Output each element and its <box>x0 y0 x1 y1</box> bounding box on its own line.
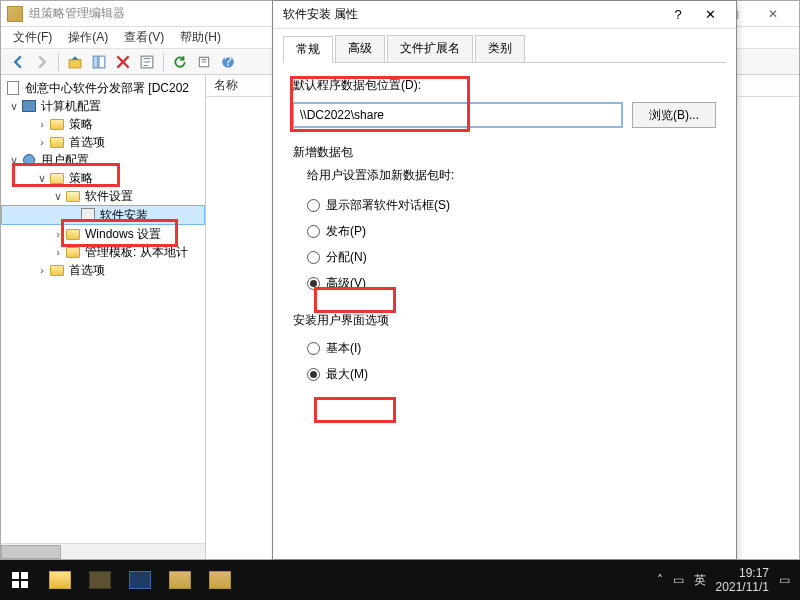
system-tray: ˄ ▭ 英 19:17 2021/11/1 ▭ <box>647 566 800 594</box>
menu-file[interactable]: 文件(F) <box>9 27 56 48</box>
tray-chevron-icon[interactable]: ˄ <box>657 573 663 587</box>
dialog-close-button[interactable]: ✕ <box>694 7 726 22</box>
tree-user-config[interactable]: ∨ 用户配置 <box>1 151 205 169</box>
folder-icon <box>66 229 80 240</box>
back-button[interactable] <box>7 51 29 73</box>
tree-policies[interactable]: › 策略 <box>1 115 205 133</box>
folder-icon <box>50 119 64 130</box>
svg-rect-10 <box>21 581 28 588</box>
expand-icon[interactable]: ∨ <box>7 100 21 113</box>
installer-icon <box>81 208 95 222</box>
refresh-button[interactable] <box>169 51 191 73</box>
menu-view[interactable]: 查看(V) <box>120 27 168 48</box>
radio-assign[interactable]: 分配(N) <box>307 244 716 270</box>
scrollbar-thumb[interactable] <box>1 545 61 559</box>
radio-icon <box>307 225 320 238</box>
delete-button[interactable] <box>112 51 134 73</box>
svg-rect-1 <box>93 56 98 68</box>
dialog-title: 软件安装 属性 <box>283 6 662 23</box>
tree-software-install[interactable]: 软件安装 <box>1 205 205 225</box>
expand-icon[interactable]: › <box>51 246 65 258</box>
svg-rect-2 <box>99 56 105 68</box>
tree-preferences[interactable]: › 首选项 <box>1 133 205 151</box>
tab-advanced[interactable]: 高级 <box>335 35 385 62</box>
when-add-label: 给用户设置添加新数据包时: <box>307 167 716 184</box>
radio-basic[interactable]: 基本(I) <box>307 335 716 361</box>
tray-network-icon[interactable]: ▭ <box>673 573 684 587</box>
task-gpme[interactable] <box>200 560 240 600</box>
close-button[interactable]: ✕ <box>753 2 793 26</box>
radio-max[interactable]: 最大(M) <box>307 361 716 387</box>
app-icon <box>7 6 23 22</box>
up-button[interactable] <box>64 51 86 73</box>
task-explorer[interactable] <box>40 560 80 600</box>
svg-rect-9 <box>12 581 19 588</box>
toolbar-separator <box>58 53 59 71</box>
dialog-tabs: 常规 高级 文件扩展名 类别 <box>273 29 736 62</box>
ui-group-label: 安装用户界面选项 <box>293 312 716 329</box>
task-powershell[interactable] <box>120 560 160 600</box>
task-gpmc[interactable] <box>160 560 200 600</box>
dialog-titlebar: 软件安装 属性 ? ✕ <box>273 1 736 29</box>
folder-icon <box>66 247 80 258</box>
tree-root[interactable]: 创意中心软件分发部署 [DC202 <box>1 79 205 97</box>
default-pkg-loc-label: 默认程序数据包位置(D): <box>293 77 716 94</box>
expand-icon[interactable]: ∨ <box>35 172 49 185</box>
svg-text:?: ? <box>224 55 232 69</box>
tab-category[interactable]: 类别 <box>475 35 525 62</box>
tray-notifications-icon[interactable]: ▭ <box>779 573 790 587</box>
radio-icon <box>307 368 320 381</box>
properties-dialog: 软件安装 属性 ? ✕ 常规 高级 文件扩展名 类别 默认程序数据包位置(D):… <box>272 0 737 560</box>
tray-ime[interactable]: 英 <box>694 572 706 589</box>
expand-icon[interactable]: › <box>35 264 49 276</box>
expand-icon[interactable]: › <box>35 118 49 130</box>
svg-rect-7 <box>12 572 19 579</box>
browse-button[interactable]: 浏览(B)... <box>632 102 716 128</box>
tree-software-settings[interactable]: ∨ 软件设置 <box>1 187 205 205</box>
folder-icon <box>66 191 80 202</box>
tab-general[interactable]: 常规 <box>283 36 333 63</box>
policy-icon <box>7 81 19 95</box>
radio-icon <box>307 199 320 212</box>
tree: 创意中心软件分发部署 [DC202 ∨ 计算机配置 › 策略 › 首选项 <box>1 75 205 283</box>
task-server-manager[interactable] <box>80 560 120 600</box>
folder-icon <box>50 173 64 184</box>
help-button[interactable]: ? <box>217 51 239 73</box>
folder-icon <box>50 137 64 148</box>
tree-policies2[interactable]: ∨ 策略 <box>1 169 205 187</box>
taskbar: ˄ ▭ 英 19:17 2021/11/1 ▭ <box>0 560 800 600</box>
radio-publish[interactable]: 发布(P) <box>307 218 716 244</box>
expand-icon[interactable]: › <box>51 228 65 240</box>
tree-preferences2[interactable]: › 首选项 <box>1 261 205 279</box>
svg-rect-8 <box>21 572 28 579</box>
toolbar-separator <box>163 53 164 71</box>
expand-icon[interactable]: ∨ <box>51 190 65 203</box>
expand-icon[interactable]: › <box>35 136 49 148</box>
default-pkg-loc-input[interactable] <box>293 103 622 127</box>
radio-advanced[interactable]: 高级(V) <box>307 270 716 296</box>
computer-icon <box>22 100 36 112</box>
tree-windows-settings[interactable]: › Windows 设置 <box>1 225 205 243</box>
start-button[interactable] <box>0 560 40 600</box>
new-pkg-group-label: 新增数据包 <box>293 144 716 161</box>
radio-show-dialog[interactable]: 显示部署软件对话框(S) <box>307 192 716 218</box>
dialog-body: 默认程序数据包位置(D): 浏览(B)... 新增数据包 给用户设置添加新数据包… <box>273 63 736 401</box>
svg-rect-0 <box>69 59 81 67</box>
radio-icon <box>307 277 320 290</box>
tab-file-ext[interactable]: 文件扩展名 <box>387 35 473 62</box>
properties-button[interactable] <box>136 51 158 73</box>
horizontal-scrollbar[interactable] <box>1 543 205 559</box>
expand-icon[interactable]: ∨ <box>7 154 21 167</box>
export-button[interactable] <box>193 51 215 73</box>
tree-admin-templates[interactable]: › 管理模板: 从本地计 <box>1 243 205 261</box>
menu-action[interactable]: 操作(A) <box>64 27 112 48</box>
dialog-help-button[interactable]: ? <box>662 7 694 22</box>
radio-icon <box>307 342 320 355</box>
tray-clock[interactable]: 19:17 2021/11/1 <box>716 566 769 594</box>
tree-computer-config[interactable]: ∨ 计算机配置 <box>1 97 205 115</box>
show-hide-tree-button[interactable] <box>88 51 110 73</box>
forward-button[interactable] <box>31 51 53 73</box>
folder-icon <box>50 265 64 276</box>
menu-help[interactable]: 帮助(H) <box>176 27 225 48</box>
tree-pane: 创意中心软件分发部署 [DC202 ∨ 计算机配置 › 策略 › 首选项 <box>1 75 206 559</box>
